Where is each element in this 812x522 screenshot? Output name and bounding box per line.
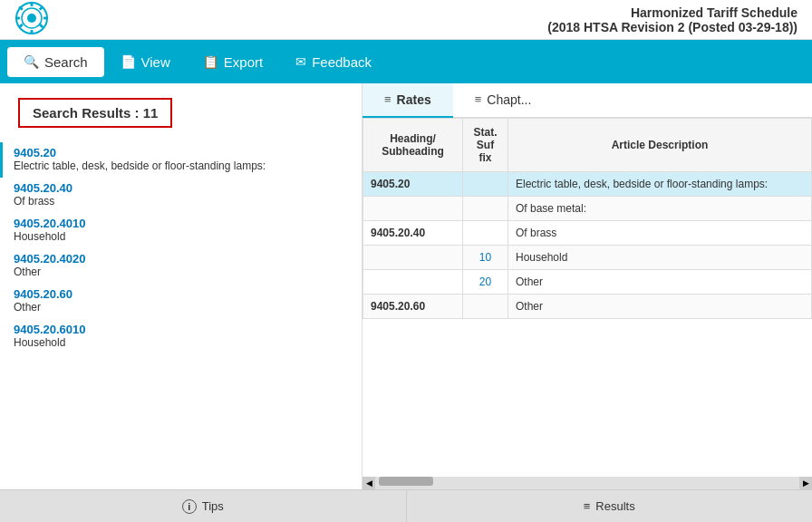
- rates-table-container[interactable]: Heading/Subheading Stat.Suffix Article D…: [362, 118, 812, 477]
- content-area: Search Results : 11 9405.20 Electric tab…: [0, 83, 812, 489]
- results-button[interactable]: ≡ Results: [407, 490, 813, 522]
- result-desc: Of brass: [14, 195, 351, 208]
- cell-suffix: 20: [463, 270, 508, 295]
- nav-export[interactable]: 📋 Export: [187, 47, 279, 77]
- cell-suffix: [463, 221, 508, 246]
- table-row[interactable]: 10 Household: [363, 246, 812, 270]
- right-panel: ≡ Rates ≡ Chapt... Heading/Subheading St…: [362, 83, 812, 489]
- view-icon: 📄: [121, 54, 136, 69]
- list-item[interactable]: 9405.20.4020 Other: [0, 248, 362, 284]
- svg-rect-3: [31, 2, 34, 6]
- search-results-count: Search Results : 11: [18, 98, 172, 128]
- chapter-tab-label: Chapt...: [487, 92, 531, 107]
- result-desc: Electric table, desk, bedside or floor-s…: [14, 160, 351, 172]
- cell-suffix: 10: [463, 246, 508, 270]
- result-desc: Household: [14, 336, 351, 349]
- left-panel: Search Results : 11 9405.20 Electric tab…: [0, 83, 362, 489]
- svg-rect-10: [39, 5, 44, 11]
- header-logo-area: [14, 1, 49, 38]
- col-heading-subheading: Heading/Subheading: [363, 119, 463, 172]
- export-icon: 📋: [203, 54, 218, 69]
- tips-button[interactable]: i Tips: [0, 490, 407, 522]
- result-code: 9405.20.4010: [14, 217, 351, 230]
- scrollbar-thumb[interactable]: [379, 477, 433, 486]
- bottom-bar: i Tips ≡ Results: [0, 489, 812, 522]
- right-tabs: ≡ Rates ≡ Chapt...: [362, 83, 812, 118]
- horizontal-scrollbar[interactable]: ◀ ▶: [362, 477, 812, 489]
- header: Harmonized Tariff Schedule (2018 HTSA Re…: [0, 0, 812, 40]
- cell-suffix: [463, 172, 508, 197]
- table-row[interactable]: 9405.20.60 Other: [363, 295, 812, 319]
- seal-icon: [14, 1, 49, 35]
- cell-desc: Household: [508, 246, 812, 270]
- search-icon: 🔍: [24, 54, 39, 69]
- navbar: 🔍 Search 📄 View 📋 Export ✉ Feedback: [0, 40, 812, 83]
- result-code: 9405.20.40: [14, 181, 351, 195]
- cell-desc: Other: [508, 270, 812, 295]
- cell-desc: Electric table, desk, bedside or floor-s…: [508, 172, 812, 197]
- table-row[interactable]: 9405.20 Electric table, desk, bedside or…: [363, 172, 812, 197]
- header-title: Harmonized Tariff Schedule (2018 HTSA Re…: [49, 5, 798, 34]
- tab-chapter[interactable]: ≡ Chapt...: [453, 83, 554, 118]
- result-code: 9405.20.6010: [14, 323, 351, 336]
- nav-view-label: View: [141, 54, 170, 70]
- tips-icon: i: [182, 499, 197, 514]
- rates-table: Heading/Subheading Stat.Suffix Article D…: [362, 118, 812, 319]
- table-row[interactable]: Of base metal:: [363, 197, 812, 221]
- cell-code: 9405.20: [363, 172, 463, 197]
- scroll-left-arrow[interactable]: ◀: [362, 477, 375, 489]
- cell-desc: Of base metal:: [508, 197, 812, 221]
- svg-point-2: [27, 14, 36, 23]
- cell-code: [363, 270, 463, 295]
- nav-view[interactable]: 📄 View: [104, 47, 187, 77]
- rates-tab-label: Rates: [397, 92, 431, 107]
- col-suffix: Stat.Suffix: [463, 119, 508, 172]
- col-article-desc: Article Description: [508, 119, 812, 172]
- svg-rect-5: [15, 17, 20, 20]
- cell-code: [363, 246, 463, 270]
- result-desc: Household: [14, 230, 351, 243]
- results-label: Results: [595, 499, 634, 513]
- scroll-right-arrow[interactable]: ▶: [799, 477, 812, 489]
- svg-rect-6: [44, 17, 48, 20]
- list-item[interactable]: 9405.20.6010 Household: [0, 319, 362, 354]
- result-code: 9405.20: [14, 146, 351, 160]
- table-header-row: Heading/Subheading Stat.Suffix Article D…: [363, 119, 812, 172]
- table-row[interactable]: 20 Other: [363, 270, 812, 295]
- cell-desc: Other: [508, 295, 812, 319]
- nav-export-label: Export: [224, 54, 263, 70]
- feedback-icon: ✉: [295, 54, 306, 69]
- tips-label: Tips: [202, 499, 224, 513]
- cell-suffix: [463, 295, 508, 319]
- list-item[interactable]: 9405.20.40 Of brass: [0, 178, 362, 213]
- nav-feedback[interactable]: ✉ Feedback: [279, 47, 388, 77]
- cell-code: [363, 197, 463, 221]
- rates-tab-icon: ≡: [384, 92, 392, 106]
- result-code: 9405.20.60: [14, 287, 351, 301]
- svg-rect-4: [31, 30, 34, 34]
- result-code: 9405.20.4020: [14, 252, 351, 266]
- results-icon: ≡: [584, 499, 591, 513]
- nav-search[interactable]: 🔍 Search: [7, 47, 104, 77]
- nav-search-label: Search: [44, 54, 88, 70]
- chapter-tab-icon: ≡: [475, 92, 482, 106]
- cell-code: 9405.20.60: [363, 295, 463, 319]
- cell-desc: Of brass: [508, 221, 812, 246]
- table-row[interactable]: 9405.20.40 Of brass: [363, 221, 812, 246]
- list-item[interactable]: 9405.20 Electric table, desk, bedside or…: [0, 142, 362, 178]
- result-list[interactable]: 9405.20 Electric table, desk, bedside or…: [0, 139, 362, 489]
- cell-suffix: [463, 197, 508, 221]
- cell-code: 9405.20.40: [363, 221, 463, 246]
- list-item[interactable]: 9405.20.4010 Household: [0, 213, 362, 248]
- result-desc: Other: [14, 301, 351, 314]
- result-desc: Other: [14, 266, 351, 278]
- tab-rates[interactable]: ≡ Rates: [362, 83, 453, 118]
- list-item[interactable]: 9405.20.60 Other: [0, 284, 362, 319]
- nav-feedback-label: Feedback: [312, 54, 372, 70]
- search-results-header: Search Results : 11: [0, 83, 362, 139]
